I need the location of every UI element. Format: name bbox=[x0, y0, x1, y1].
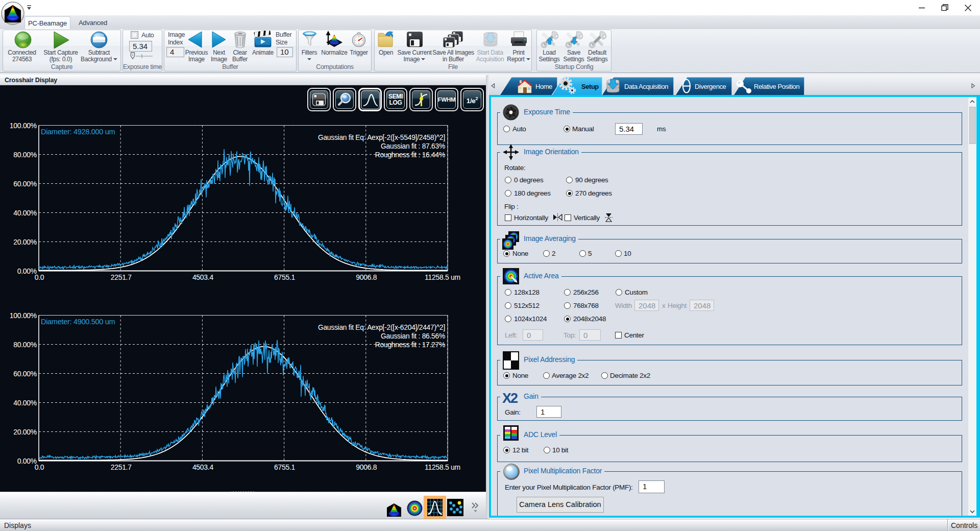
svg-text:9006.8: 9006.8 bbox=[356, 463, 377, 471]
svg-text:40.00%: 40.00% bbox=[13, 209, 37, 217]
svg-text:Diameter: 4928.000 um: Diameter: 4928.000 um bbox=[41, 128, 115, 136]
svg-text:6755.1: 6755.1 bbox=[274, 463, 296, 471]
svg-text:6755.1: 6755.1 bbox=[274, 273, 296, 281]
svg-text:Diameter: 4900.500 um: Diameter: 4900.500 um bbox=[41, 318, 115, 326]
svg-text:0.0: 0.0 bbox=[35, 273, 44, 281]
svg-text:Setup: Setup bbox=[581, 83, 599, 90]
svg-text:Gaussian fit Eq: Aexp[-2([x-62: Gaussian fit Eq: Aexp[-2([x-6204]/2447)^… bbox=[318, 324, 445, 331]
svg-text:60.00%: 60.00% bbox=[13, 180, 37, 188]
svg-text:80.00%: 80.00% bbox=[13, 151, 37, 159]
svg-text:Home: Home bbox=[535, 83, 552, 90]
svg-text:100.00%: 100.00% bbox=[10, 122, 37, 130]
svg-text:Divergence: Divergence bbox=[695, 83, 726, 90]
svg-text:11258.5 um: 11258.5 um bbox=[425, 463, 460, 471]
svg-text:Gaussian fit : 87.63%: Gaussian fit : 87.63% bbox=[381, 142, 445, 150]
svg-text:2251.7: 2251.7 bbox=[111, 463, 132, 471]
svg-text:80.00%: 80.00% bbox=[13, 341, 37, 349]
svg-text:9006.8: 9006.8 bbox=[356, 273, 377, 281]
svg-text:Roughness fit : 16.44%: Roughness fit : 16.44% bbox=[375, 151, 445, 159]
svg-text:4503.4: 4503.4 bbox=[192, 273, 214, 281]
svg-text:Data Acquisition: Data Acquisition bbox=[624, 83, 668, 90]
svg-text:40.00%: 40.00% bbox=[13, 399, 37, 407]
svg-text:0.00%: 0.00% bbox=[17, 267, 37, 275]
svg-text:Gaussian fit Eq: Aexp[-2([x-55: Gaussian fit Eq: Aexp[-2([x-5549]/2458)^… bbox=[318, 134, 445, 141]
svg-text:20.00%: 20.00% bbox=[13, 238, 37, 246]
svg-text:0.00%: 0.00% bbox=[17, 457, 37, 465]
svg-text:11258.5 um: 11258.5 um bbox=[425, 273, 460, 281]
svg-text:20.00%: 20.00% bbox=[13, 428, 37, 436]
svg-text:Relative Position: Relative Position bbox=[754, 83, 799, 90]
svg-text:2251.7: 2251.7 bbox=[111, 273, 132, 281]
svg-text:0.0: 0.0 bbox=[35, 463, 44, 471]
svg-text:60.00%: 60.00% bbox=[13, 370, 37, 378]
svg-text:Roughness fit : 17.27%: Roughness fit : 17.27% bbox=[375, 341, 445, 349]
svg-text:100.00%: 100.00% bbox=[10, 311, 37, 320]
svg-text:Gaussian fit : 86.56%: Gaussian fit : 86.56% bbox=[381, 332, 445, 340]
svg-text:4503.4: 4503.4 bbox=[192, 463, 214, 471]
